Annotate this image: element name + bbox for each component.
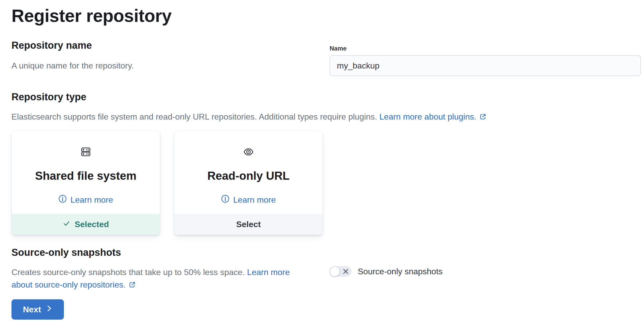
source-only-section: Source-only snapshots Creates source-onl… <box>11 246 641 292</box>
external-link-icon <box>479 113 487 122</box>
repository-type-section: Repository type Elasticsearch supports f… <box>11 91 641 235</box>
repository-name-section: Repository name A unique name for the re… <box>11 39 641 76</box>
source-only-toggle-group: Source-only snapshots <box>309 246 641 292</box>
source-only-description-text: Creates source-only snapshots that take … <box>11 268 245 277</box>
cross-icon <box>342 268 349 276</box>
select-label: Select <box>236 220 261 229</box>
shared-file-system-learn-more-link[interactable]: Learn more <box>58 195 113 205</box>
next-button[interactable]: Next <box>11 299 64 320</box>
repository-type-cards: Shared file system Learn more Selected R… <box>11 131 641 235</box>
plugins-learn-more-link[interactable]: Learn more about plugins. <box>379 112 476 121</box>
register-repository-page: Register repository Repository name A un… <box>0 0 644 320</box>
repository-name-text: Repository name A unique name for the re… <box>11 39 309 76</box>
card-read-only-url[interactable]: Read-only URL Learn more Select <box>174 131 323 235</box>
repository-name-field-group: Name <box>309 39 641 76</box>
repository-type-description-text: Elasticsearch supports file system and r… <box>11 112 377 121</box>
eye-icon <box>242 146 255 159</box>
info-icon <box>221 195 229 205</box>
source-only-toggle-label: Source-only snapshots <box>358 267 443 276</box>
source-only-text: Source-only snapshots Creates source-onl… <box>11 246 309 292</box>
repository-type-description: Elasticsearch supports file system and r… <box>11 110 641 124</box>
source-only-heading: Source-only snapshots <box>11 246 309 259</box>
source-only-toggle-row: Source-only snapshots <box>330 266 641 277</box>
card-read-only-url-body: Read-only URL Learn more <box>174 131 323 214</box>
next-button-label: Next <box>23 305 41 314</box>
card-footer-selected[interactable]: Selected <box>12 214 160 235</box>
repository-type-heading: Repository type <box>11 91 641 103</box>
check-icon <box>63 219 70 229</box>
storage-icon <box>80 146 92 159</box>
source-only-description: Creates source-only snapshots that take … <box>11 266 309 292</box>
card-title-read-only-url: Read-only URL <box>207 169 289 183</box>
read-only-url-learn-more-link[interactable]: Learn more <box>221 195 276 205</box>
external-link-icon <box>128 281 136 290</box>
selected-label: Selected <box>75 220 109 229</box>
card-footer-select[interactable]: Select <box>174 214 323 235</box>
name-field-label: Name <box>330 44 641 53</box>
toggle-knob <box>330 266 340 277</box>
repository-name-input[interactable] <box>330 55 641 76</box>
card-shared-file-system[interactable]: Shared file system Learn more Selected <box>11 131 160 235</box>
learn-more-label: Learn more <box>70 195 113 205</box>
card-title-shared-file-system: Shared file system <box>35 169 137 183</box>
card-shared-file-system-body: Shared file system Learn more <box>12 131 160 214</box>
info-icon <box>58 195 67 205</box>
repository-name-description: A unique name for the repository. <box>11 59 309 72</box>
learn-more-label: Learn more <box>233 195 276 205</box>
source-only-toggle[interactable] <box>330 266 351 277</box>
chevron-right-icon <box>46 304 52 315</box>
page-title: Register repository <box>11 5 641 27</box>
repository-name-heading: Repository name <box>11 39 309 52</box>
